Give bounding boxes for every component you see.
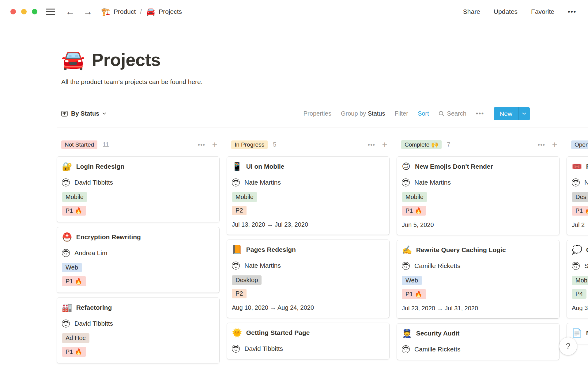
project-card[interactable]: 🏭 Refactoring David Tibbitts Ad HocP1 🔥 <box>57 298 219 363</box>
traffic-lights <box>10 9 37 14</box>
column-header: In Progress 5 ••• + <box>227 140 389 150</box>
person-face-icon <box>232 178 240 186</box>
tag: Mob <box>572 276 588 285</box>
sort-button[interactable]: Sort <box>418 110 429 117</box>
back-button[interactable]: ← <box>66 7 75 16</box>
sidebar-menu-icon[interactable] <box>46 9 55 15</box>
filter-button[interactable]: Filter <box>394 110 408 117</box>
column-add-icon[interactable]: + <box>382 140 387 149</box>
properties-button[interactable]: Properties <box>303 110 331 117</box>
project-card[interactable]: 📱 UI on Mobile Nate Martins MobileP2 Jul… <box>227 157 389 235</box>
person-name: David Tibbitts <box>74 179 113 186</box>
search-button[interactable]: Search <box>439 110 466 117</box>
car-emoji-icon: 🚘 <box>146 8 155 15</box>
board-column: Not Started 11 ••• + 🔐 Login Redesign <box>57 140 219 363</box>
share-button[interactable]: Share <box>463 8 480 15</box>
column-add-icon[interactable]: + <box>552 140 557 149</box>
tag: P4 <box>572 289 586 299</box>
new-dropdown-button[interactable] <box>518 107 530 120</box>
card-emoji-icon: ✍️ <box>402 246 412 254</box>
breadcrumb-separator: / <box>140 8 142 15</box>
column-header: Complete 🙌 7 ••• + <box>397 140 559 150</box>
view-switcher[interactable]: By Status <box>61 110 106 117</box>
updates-button[interactable]: Updates <box>494 8 518 15</box>
card-title-row: 👮 Security Audit <box>402 329 554 338</box>
minimize-window-button[interactable] <box>21 9 27 14</box>
board-column: Open ••• + 🎟️ P N De <box>567 140 588 344</box>
card-title: N <box>586 329 588 337</box>
zoom-window-button[interactable] <box>32 9 37 14</box>
breadcrumb-label: Projects <box>159 8 182 15</box>
card-person-row: David Tibbitts <box>62 320 214 328</box>
project-card[interactable]: 👮 Security Audit Camille Ricketts <box>397 324 559 360</box>
person-name: S <box>584 262 588 270</box>
project-card[interactable]: 🙃 New Emojis Don't Render Nate Martins M… <box>397 157 559 235</box>
new-button[interactable]: New <box>494 107 518 120</box>
breadcrumb-item-product[interactable]: 🏗️ Product <box>101 8 136 15</box>
view-more-icon[interactable]: ••• <box>476 110 484 117</box>
favorite-button[interactable]: Favorite <box>531 8 554 15</box>
card-person-row: Camille Ricketts <box>402 262 554 270</box>
card-date: Aug 3 <box>572 305 588 312</box>
card-title-row: 🌞 Getting Started Page <box>232 329 384 337</box>
tag: Mobile <box>232 192 257 202</box>
card-tags: MobileP1 🔥 <box>402 192 554 216</box>
card-date: Jun 5, 2020 <box>402 221 554 228</box>
card-date: Jul 23, 2020 → Jul 31, 2020 <box>402 305 554 312</box>
toolbar-actions: Properties Group by Status Filter Sort S… <box>303 107 530 120</box>
tag: Mobile <box>62 192 87 202</box>
project-card[interactable]: 📙 Pages Redesign Nate Martins DesktopP2 … <box>227 240 389 318</box>
project-card[interactable]: 💭 C S MobP4 Aug 3 <box>567 240 588 318</box>
card-title-row: 🎟️ P <box>572 163 588 171</box>
breadcrumb-item-projects[interactable]: 🚘 Projects <box>146 8 182 15</box>
column-header-actions: ••• + <box>368 140 387 149</box>
page-emoji-icon[interactable]: 🚘 <box>61 50 85 69</box>
project-card[interactable]: 🌞 Getting Started Page David Tibbitts <box>227 323 389 359</box>
card-person-row: Nate Martins <box>232 262 384 270</box>
column-more-icon[interactable]: ••• <box>368 141 375 148</box>
view-toolbar: By Status Properties Group by Status Fil… <box>0 107 588 120</box>
help-button[interactable]: ? <box>559 337 577 355</box>
person-face-icon <box>402 178 410 186</box>
card-date: Jul 13, 2020 → Jul 23, 2020 <box>232 221 384 228</box>
topbar-actions: Share Updates Favorite ••• <box>463 8 576 15</box>
project-card[interactable]: 🎟️ P N DesP1 🔥 Jul 2 <box>567 157 588 235</box>
person-name: Nate Martins <box>244 179 281 186</box>
board-column: Complete 🙌 7 ••• + 🙃 New Emojis Don't Re… <box>397 140 559 360</box>
project-card[interactable]: ⛑️ Encryption Rewriting Andrea Lim WebP1… <box>57 227 219 293</box>
card-title-row: 📄 N <box>572 329 588 337</box>
card-emoji-icon: 🌞 <box>232 329 242 337</box>
column-header: Open ••• + <box>567 140 588 150</box>
card-emoji-icon: 👮 <box>402 329 412 338</box>
project-card[interactable]: 🔐 Login Redesign David Tibbitts MobileP1… <box>57 157 219 222</box>
column-badge[interactable]: In Progress <box>231 140 268 149</box>
project-card[interactable]: ✍️ Rewrite Query Caching Logic Camille R… <box>397 240 559 318</box>
tag: Ad Hoc <box>62 333 89 343</box>
card-date: Aug 10, 2020 → Aug 24, 2020 <box>232 304 384 311</box>
card-emoji-icon: 📱 <box>232 163 242 171</box>
card-title: Security Audit <box>416 330 460 337</box>
column-badge[interactable]: Open <box>571 140 588 149</box>
search-label: Search <box>447 110 466 117</box>
more-options-icon[interactable]: ••• <box>568 8 576 15</box>
board: Not Started 11 ••• + 🔐 Login Redesign <box>0 140 588 363</box>
avatar <box>402 262 410 270</box>
card-title: UI on Mobile <box>246 163 285 170</box>
person-face-icon <box>572 178 580 186</box>
close-window-button[interactable] <box>10 9 16 14</box>
card-person-row: Nate Martins <box>232 178 384 186</box>
card-title-row: 🔐 Login Redesign <box>62 163 214 171</box>
group-by-button[interactable]: Group by Status <box>341 110 385 117</box>
column-badge[interactable]: Not Started <box>61 140 97 149</box>
column-badge[interactable]: Complete 🙌 <box>401 140 442 149</box>
person-face-icon <box>62 249 70 257</box>
column-header-actions: ••• + <box>538 140 557 149</box>
person-name: David Tibbitts <box>74 320 113 327</box>
group-by-prefix: Group by <box>341 110 366 117</box>
card-title: Refactoring <box>76 304 112 311</box>
column-add-icon[interactable]: + <box>212 140 217 149</box>
forward-button[interactable]: → <box>83 7 92 16</box>
column-more-icon[interactable]: ••• <box>198 141 205 148</box>
card-person-row: David Tibbitts <box>232 345 384 353</box>
column-more-icon[interactable]: ••• <box>538 141 545 148</box>
